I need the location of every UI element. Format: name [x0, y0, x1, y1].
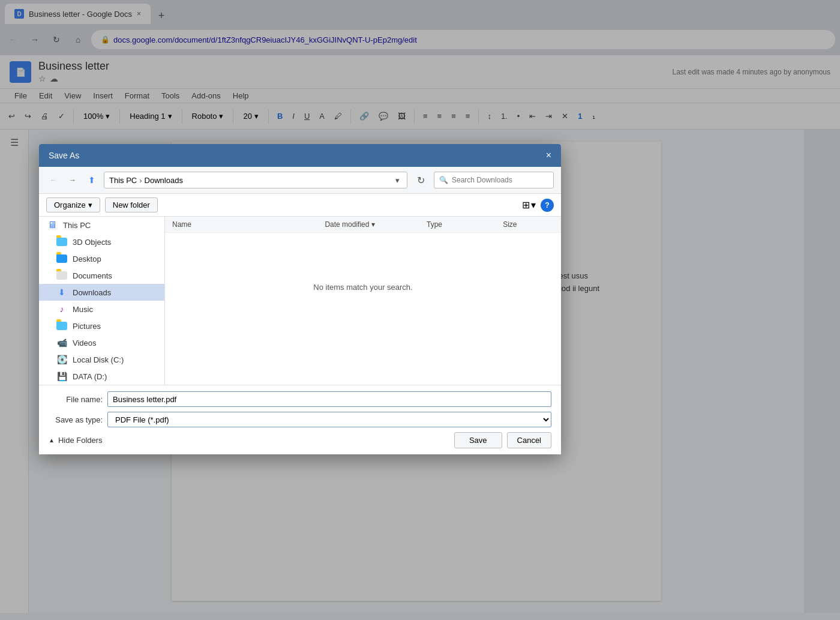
sidebar-item-pictures[interactable]: Pictures [39, 318, 164, 334]
desktop-icon [56, 254, 68, 263]
dialog-actions-row: Organize ▾ New folder ⊞ ▾ ? [39, 194, 561, 217]
local-disk-icon: 💽 [56, 355, 68, 364]
file-name-label: File name: [49, 395, 103, 404]
cancel-button[interactable]: Cancel [507, 432, 551, 448]
search-input[interactable] [452, 176, 548, 184]
refresh-button[interactable]: ↻ [412, 172, 429, 188]
sidebar-item-videos[interactable]: 📹 Videos [39, 334, 164, 351]
dialog-content: 🖥 This PC 3D Objects Desktop [39, 217, 561, 385]
save-as-type-label: Save as type: [49, 415, 103, 424]
dialog-close-button[interactable]: × [546, 150, 551, 161]
col-date-header[interactable]: Date modified ▾ [325, 220, 427, 229]
breadcrumb-dropdown[interactable]: ▾ [395, 176, 400, 185]
search-icon: 🔍 [439, 176, 448, 184]
save-type-row: Save as type: PDF File (*.pdf) [49, 412, 551, 427]
sidebar-item-label-pictures: Pictures [73, 322, 101, 331]
col-size-header[interactable]: Size [503, 220, 554, 229]
organize-chevron: ▾ [88, 200, 92, 209]
sidebar-item-label-local-disk: Local Disk (C:) [73, 355, 124, 364]
sidebar-item-3d-objects[interactable]: 3D Objects [39, 233, 164, 250]
sidebar-item-label-documents: Documents [73, 271, 112, 280]
sidebar-item-label-music: Music [73, 305, 93, 314]
empty-message: No items match your search. [165, 233, 561, 341]
hide-folders-icon: ▲ [49, 437, 55, 444]
computer-icon: 🖥 [46, 220, 58, 230]
col-name-header[interactable]: Name [172, 220, 325, 229]
breadcrumb-bar[interactable]: This PC › Downloads ▾ [104, 172, 407, 188]
organize-label: Organize [54, 200, 86, 209]
sidebar-item-downloads[interactable]: ⬇ Downloads [39, 284, 164, 301]
new-folder-label: New folder [113, 200, 150, 209]
sidebar-item-label-downloads: Downloads [73, 288, 111, 297]
hide-folders-button[interactable]: ▲ Hide Folders [49, 432, 103, 448]
sidebar-item-music[interactable]: ♪ Music [39, 301, 164, 318]
sidebar-item-documents[interactable]: Documents [39, 267, 164, 284]
dialog-nav: ← → ⬆ This PC › Downloads ▾ ↻ 🔍 [39, 167, 561, 194]
downloads-icon: ⬇ [56, 287, 68, 297]
sidebar-item-this-pc[interactable]: 🖥 This PC [39, 217, 164, 233]
sidebar-item-label-this-pc: This PC [63, 221, 91, 230]
sidebar-item-label-videos: Videos [73, 339, 97, 348]
hide-folders-label: Hide Folders [58, 436, 103, 445]
search-bar[interactable]: 🔍 [434, 172, 554, 188]
column-headers: Name Date modified ▾ Type Size [165, 217, 561, 233]
3d-objects-icon [56, 237, 68, 247]
sidebar-item-label-desktop: Desktop [73, 254, 101, 263]
sidebar-item-desktop[interactable]: Desktop [39, 250, 164, 267]
organize-button[interactable]: Organize ▾ [46, 197, 100, 212]
pictures-icon [56, 321, 68, 331]
dialog-buttons: ▲ Hide Folders Save Cancel [49, 432, 551, 448]
documents-icon [56, 271, 68, 280]
view-chevron: ▾ [531, 199, 536, 211]
sidebar-item-local-disk[interactable]: 💽 Local Disk (C:) [39, 351, 164, 368]
file-name-row: File name: [49, 391, 551, 407]
help-button[interactable]: ? [541, 199, 554, 212]
save-as-type-select[interactable]: PDF File (*.pdf) [107, 412, 551, 427]
dialog-title: Save As [49, 151, 79, 160]
breadcrumb-separator: › [139, 176, 142, 185]
data-d-icon: 💾 [56, 372, 68, 381]
nav-up-button[interactable]: ⬆ [85, 173, 99, 187]
dialog-footer: File name: Save as type: PDF File (*.pdf… [39, 385, 561, 454]
sidebar-item-data-d[interactable]: 💾 DATA (D:) [39, 368, 164, 385]
music-icon: ♪ [56, 304, 68, 314]
nav-back-button[interactable]: ← [46, 173, 61, 187]
file-name-input[interactable] [107, 391, 551, 407]
sidebar-item-label-data-d: DATA (D:) [73, 372, 107, 381]
save-as-dialog: Save As × ← → ⬆ This PC › Downloads ▾ ↻ … [39, 144, 561, 454]
breadcrumb-pc: This PC [109, 176, 137, 185]
dialog-sidebar: 🖥 This PC 3D Objects Desktop [39, 217, 165, 385]
sidebar-item-label-3d: 3D Objects [73, 238, 111, 247]
nav-forward-button[interactable]: → [65, 173, 80, 187]
dialog-file-area: Name Date modified ▾ Type Size No items … [165, 217, 561, 385]
new-folder-button[interactable]: New folder [105, 197, 158, 212]
breadcrumb-folder: Downloads [145, 176, 183, 185]
videos-icon: 📹 [56, 338, 68, 348]
save-button[interactable]: Save [454, 432, 502, 448]
col-type-header[interactable]: Type [427, 220, 503, 229]
view-icon: ⊞ [522, 199, 530, 211]
view-button[interactable]: ⊞ ▾ [522, 199, 536, 211]
dialog-titlebar: Save As × [39, 144, 561, 167]
